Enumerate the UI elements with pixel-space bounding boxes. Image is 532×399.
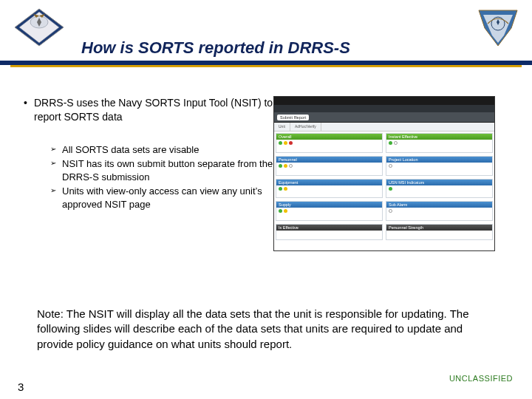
text-column: DRRS-S uses the Navy SORTS Input Tool (N… <box>0 96 273 213</box>
panel: Equipment <box>276 179 383 199</box>
note-text: Note: The NSIT will display all the data… <box>37 307 495 352</box>
emblem-right <box>474 6 522 47</box>
panel: Overall <box>276 133 383 153</box>
bullet-main: DRRS-S uses the Navy SORTS Input Tool (N… <box>24 96 273 124</box>
sublist: All SORTS data sets are visable NSIT has… <box>24 143 273 211</box>
divider-gold <box>10 65 522 67</box>
sub-bullet: NSIT has its own submit button separate … <box>50 157 273 183</box>
tab: AdHoc/Verify <box>290 123 321 131</box>
page-number: 3 <box>18 381 24 393</box>
image-column: Submit Report Unit AdHoc/Verify Overall … <box>273 96 532 251</box>
header: How is SORTS reported in DRRS-S <box>0 0 532 65</box>
sub-bullet: All SORTS data sets are visable <box>50 143 273 157</box>
panel: Instant Effective <box>386 133 493 153</box>
sub-bullet: Units with view-only access can view any… <box>50 185 273 211</box>
panel: Supply <box>276 201 383 221</box>
body: DRRS-S uses the Navy SORTS Input Tool (N… <box>0 96 532 251</box>
panel: Sub Alarm <box>386 201 493 221</box>
slide-title: How is SORTS reported in DRRS-S <box>81 38 350 58</box>
panel: USN MSI Indicators <box>386 179 493 199</box>
panel: Project Location <box>386 156 493 176</box>
panel: Personnel <box>276 156 383 176</box>
panel: Personnel Strength <box>386 224 493 240</box>
slide: How is SORTS reported in DRRS-S DRRS-S u… <box>0 0 532 399</box>
tab: Unit <box>274 123 290 131</box>
emblem-left <box>12 6 66 49</box>
nsit-screenshot: Submit Report Unit AdHoc/Verify Overall … <box>273 96 495 251</box>
classification-label: UNCLASSIFIED <box>449 374 513 383</box>
panel: Is Effective <box>276 224 383 240</box>
submit-chip: Submit Report <box>277 115 309 120</box>
